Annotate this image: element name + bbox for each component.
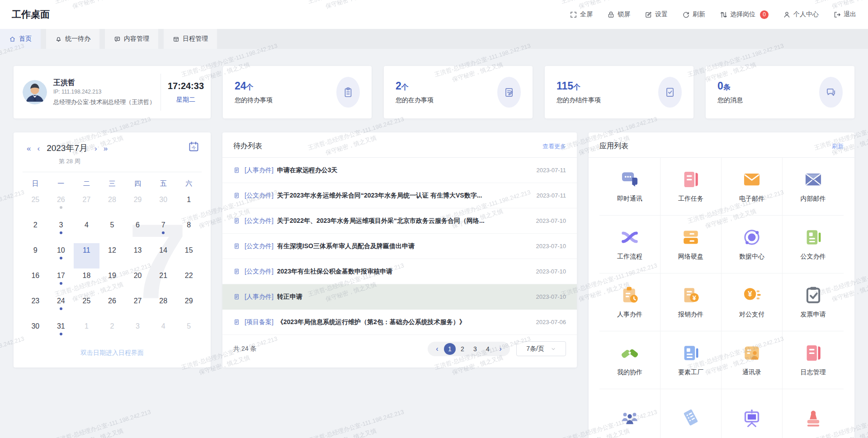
calendar-day[interactable]: 23 — [23, 294, 48, 319]
prev-month-button[interactable]: ‹ — [34, 145, 43, 152]
today-icon[interactable]: 今 — [188, 141, 200, 153]
app-item[interactable]: 数据中心 — [722, 216, 783, 273]
next-page-button[interactable]: › — [495, 343, 506, 355]
lock-screen-button[interactable]: 锁屏 — [607, 10, 630, 19]
stat-card-completed[interactable]: 115个 您的办结件事项 — [545, 66, 693, 118]
calendar-hint[interactable]: 双击日期进入日程界面 — [23, 349, 202, 357]
avatar[interactable] — [23, 80, 47, 104]
calendar-day[interactable]: 20 — [125, 268, 151, 294]
calendar-day[interactable]: 27 — [74, 193, 99, 218]
calendar-day[interactable]: 1 — [176, 193, 202, 218]
calendar-day[interactable]: 11 — [74, 243, 99, 268]
page-number-button[interactable]: 4 — [482, 343, 494, 355]
app-item[interactable] — [722, 389, 783, 438]
todo-item[interactable]: [公文办件]有生深境ISO三体系年审人员配合及牌匾借出申请2023-07-10 — [222, 234, 577, 259]
todo-page-size-select[interactable]: 7条/页 — [516, 341, 566, 356]
calendar-day[interactable]: 1 — [74, 319, 99, 344]
tab-schedule-mgmt[interactable]: 日程管理 — [164, 29, 217, 49]
calendar-day[interactable]: 19 — [99, 268, 125, 294]
app-item[interactable] — [599, 389, 660, 438]
calendar-day[interactable]: 14 — [151, 243, 176, 268]
calendar-day[interactable]: 9 — [23, 243, 48, 268]
calendar-day[interactable]: 25 — [23, 193, 48, 218]
calendar-day[interactable]: 6 — [125, 218, 151, 243]
app-item[interactable]: 网络硬盘 — [660, 216, 722, 273]
app-item[interactable]: 我的协作 — [599, 331, 660, 389]
app-item[interactable]: 工作流程 — [599, 216, 660, 273]
app-item[interactable]: ¥报销办件 — [660, 273, 722, 331]
app-item[interactable]: 要素工厂 — [660, 331, 722, 389]
tab-home[interactable]: 首页 — [0, 29, 41, 49]
todo-item[interactable]: [人事办件]申请在家远程办公3天2023-07-11 — [222, 158, 577, 183]
app-item[interactable]: 发票申请 — [783, 273, 844, 331]
calendar-day[interactable]: 27 — [125, 294, 151, 319]
calendar-day[interactable]: 12 — [99, 243, 125, 268]
calendar-day[interactable]: 17 — [48, 268, 74, 294]
calendar-day[interactable]: 30 — [151, 193, 176, 218]
todo-item[interactable]: [公文办件]2023年有生社保公积金基数申报审核申请2023-07-10 — [222, 259, 577, 284]
app-item[interactable]: 人事办件 — [599, 273, 660, 331]
calendar-day[interactable]: 29 — [176, 294, 202, 319]
page-number-button[interactable]: 3 — [469, 343, 481, 355]
calendar-day[interactable]: 16 — [23, 268, 48, 294]
calendar-day[interactable]: 10 — [48, 243, 74, 268]
calendar-day[interactable]: 22 — [176, 268, 202, 294]
logout-button[interactable]: 退出 — [833, 10, 856, 19]
app-item[interactable]: ¥对公支付 — [722, 273, 783, 331]
app-item[interactable]: 通讯录 — [722, 331, 783, 389]
calendar-day[interactable]: 31 — [48, 319, 74, 344]
calendar-day[interactable]: 4 — [74, 218, 99, 243]
todo-item[interactable]: [项目备案]《2023年局信息系统运行维护（第2包：基础办公系统技术服务）》20… — [222, 310, 577, 335]
stat-card-messages[interactable]: 0条 您的消息 — [706, 66, 854, 118]
app-item[interactable]: 电子邮件 — [722, 158, 783, 216]
tab-content-mgmt[interactable]: 内容管理 — [105, 29, 158, 49]
calendar-day[interactable]: 3 — [125, 319, 151, 344]
tab-unified-todo[interactable]: 统一待办 — [46, 29, 99, 49]
refresh-button[interactable]: 刷新 — [682, 10, 705, 19]
prev-page-button[interactable]: ‹ — [431, 343, 443, 355]
todo-item[interactable]: [公文办件]关于2022年、2023年水务局运维项目外采“北京市政务云服务合同（… — [222, 208, 577, 234]
calendar-day[interactable]: 21 — [151, 268, 176, 294]
settings-button[interactable]: 设置 — [645, 10, 668, 19]
apps-refresh-link[interactable]: 刷新 — [832, 142, 844, 151]
calendar-day[interactable]: 26 — [48, 193, 74, 218]
fullscreen-button[interactable]: 全屏 — [570, 10, 593, 19]
calendar-day[interactable]: 28 — [151, 294, 176, 319]
view-more-link[interactable]: 查看更多 — [542, 142, 566, 151]
calendar-day[interactable]: 28 — [99, 193, 125, 218]
stat-card-in-progress[interactable]: 2个 您的在办事项 — [384, 66, 533, 118]
calendar-day[interactable]: 15 — [176, 243, 202, 268]
app-item[interactable] — [783, 389, 844, 438]
calendar-day[interactable]: 5 — [176, 319, 202, 344]
app-item[interactable] — [660, 389, 722, 438]
calendar-day[interactable]: 4 — [151, 319, 176, 344]
calendar-day[interactable]: 29 — [125, 193, 151, 218]
prev-year-button[interactable]: « — [24, 145, 34, 152]
select-post-button[interactable]: 选择岗位0 — [720, 10, 769, 19]
app-item[interactable]: 公文办件 — [783, 216, 844, 273]
app-item[interactable]: 内部邮件 — [783, 158, 844, 216]
next-year-button[interactable]: » — [100, 145, 111, 152]
todo-item[interactable]: [人事办件]转正申请2023-07-10 — [222, 284, 577, 310]
calendar-day[interactable]: 26 — [99, 294, 125, 319]
profile-button[interactable]: 个人中心 — [783, 10, 819, 19]
next-month-button[interactable]: › — [91, 145, 100, 152]
calendar-day[interactable]: 30 — [23, 319, 48, 344]
app-item[interactable]: 日志管理 — [783, 331, 844, 389]
page-number-button[interactable]: 2 — [457, 343, 468, 355]
calendar-day[interactable]: 13 — [125, 243, 151, 268]
page-number-button[interactable]: 1 — [444, 343, 456, 355]
calendar-day[interactable]: 25 — [74, 294, 99, 319]
app-item[interactable]: 工作任务 — [660, 158, 722, 216]
calendar-day[interactable]: 2 — [99, 319, 125, 344]
calendar-day[interactable]: 5 — [99, 218, 125, 243]
calendar-day[interactable]: 7 — [151, 218, 176, 243]
calendar-day[interactable]: 18 — [74, 268, 99, 294]
calendar-day[interactable]: 8 — [176, 218, 202, 243]
todo-item[interactable]: [公文办件]关于2023年水务运维外采合同“2023年水务局统一认证 有生博大V… — [222, 183, 577, 208]
calendar-day[interactable]: 24 — [48, 294, 74, 319]
app-item[interactable]: 即时通讯 — [599, 158, 660, 216]
calendar-day[interactable]: 2 — [23, 218, 48, 243]
calendar-day[interactable]: 3 — [48, 218, 74, 243]
stat-card-todo[interactable]: 24个 您的待办事项 — [223, 66, 372, 118]
